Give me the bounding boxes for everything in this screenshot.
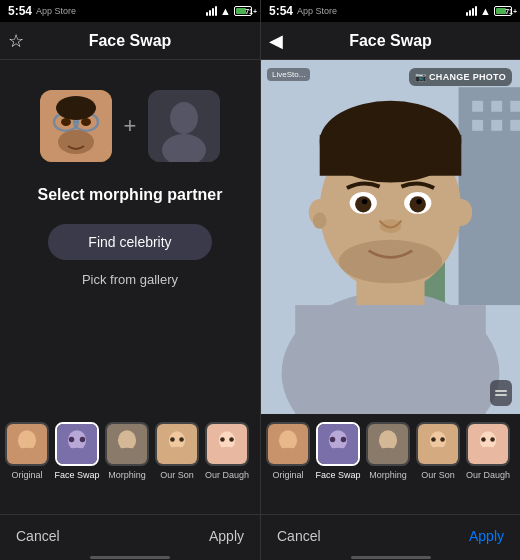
filter-thumb-ourson [155, 422, 199, 466]
select-morphing-label: Select morphing partner [38, 186, 223, 204]
filter-morphing[interactable]: Morphing [104, 422, 150, 480]
svg-rect-42 [295, 305, 486, 414]
right-status-icons: ▲ 71+ [466, 5, 512, 17]
right-filter-label-faceswap: Face Swap [315, 470, 360, 480]
svg-point-31 [229, 437, 234, 442]
right-filter-thumb-morphing [366, 422, 410, 466]
svg-rect-59 [495, 394, 507, 396]
filter-thumb-ourdaughter [205, 422, 249, 466]
right-filter-label-original: Original [272, 470, 303, 480]
left-status-bar: 5:54 App Store ▲ 71+ [0, 0, 260, 22]
svg-point-18 [80, 437, 85, 442]
right-nav-title: Face Swap [349, 32, 432, 50]
svg-point-67 [341, 437, 346, 442]
svg-point-79 [481, 437, 486, 442]
left-apply-button[interactable]: Apply [209, 528, 244, 544]
left-main-content: + Select morphing partner Find celebrity… [0, 60, 260, 414]
svg-point-57 [313, 212, 327, 228]
left-filter-bar: Original Face Swap [0, 414, 260, 514]
svg-rect-38 [491, 120, 502, 131]
left-phone-panel: 5:54 App Store ▲ 71+ ☆ Face Swap [0, 0, 260, 560]
right-filter-ourdaughter[interactable]: Our Daugh [465, 422, 511, 480]
morphing-pair: + [40, 90, 221, 162]
left-home-indicator [0, 556, 260, 560]
right-app-store: App Store [297, 6, 337, 16]
back-chevron-icon: ◀ [269, 30, 283, 52]
svg-point-49 [355, 196, 371, 212]
svg-point-56 [450, 199, 472, 226]
right-filter-faceswap[interactable]: Face Swap [315, 422, 361, 480]
right-status-bar: 5:54 App Store ▲ 71+ [261, 0, 520, 22]
right-filter-label-ourson: Our Son [421, 470, 455, 480]
empty-face-svg [148, 90, 220, 162]
right-cancel-button[interactable]: Cancel [277, 528, 321, 544]
svg-point-69 [379, 430, 397, 450]
svg-rect-46 [320, 135, 462, 176]
svg-point-25 [170, 437, 175, 442]
right-nav-bar: ◀ Face Swap [261, 22, 520, 60]
right-apply-button[interactable]: Apply [469, 528, 504, 544]
left-action-bar: Cancel Apply [0, 514, 260, 556]
svg-point-74 [431, 437, 436, 442]
plus-sign: + [124, 113, 137, 139]
filter-ourdaughter[interactable]: Our Daugh [204, 422, 250, 480]
wifi-icon: ▲ [220, 5, 231, 17]
filter-label-morphing: Morphing [108, 470, 146, 480]
right-action-bar: Cancel Apply [261, 514, 520, 556]
right-filter-thumb-original [266, 422, 310, 466]
pick-gallery-button[interactable]: Pick from gallery [82, 272, 178, 287]
svg-rect-36 [510, 101, 520, 112]
source-face-slot[interactable] [40, 90, 112, 162]
photo-preview: LiveSto... 📷 CHANGE PHOTO [261, 60, 520, 414]
back-button[interactable]: ◀ [269, 30, 283, 52]
change-photo-button[interactable]: 📷 CHANGE PHOTO [409, 68, 512, 86]
right-filter-ourson[interactable]: Our Son [415, 422, 461, 480]
resize-handle[interactable] [490, 380, 512, 406]
right-home-indicator [261, 556, 520, 560]
svg-point-26 [179, 437, 184, 442]
right-filter-thumb-faceswap [316, 422, 360, 466]
right-filter-morphing[interactable]: Morphing [365, 422, 411, 480]
star-icon[interactable]: ☆ [8, 30, 24, 52]
right-time: 5:54 [269, 4, 293, 18]
left-status-left: 5:54 App Store [8, 4, 76, 18]
svg-rect-39 [510, 120, 520, 131]
filter-label-faceswap: Face Swap [54, 470, 99, 480]
camera-icon: 📷 [415, 72, 426, 82]
left-status-icons: ▲ 71+ [206, 5, 252, 17]
left-home-bar [90, 556, 170, 559]
svg-rect-34 [472, 101, 483, 112]
right-status-left: 5:54 App Store [269, 4, 337, 18]
svg-point-61 [279, 430, 297, 450]
left-time: 5:54 [8, 4, 32, 18]
svg-point-53 [380, 219, 402, 233]
svg-point-6 [58, 130, 94, 154]
face-photo-svg [261, 60, 520, 414]
left-nav-title: Face Swap [89, 32, 172, 50]
find-celebrity-button[interactable]: Find celebrity [48, 224, 211, 260]
svg-point-20 [118, 430, 136, 450]
right-battery-icon: 71+ [494, 6, 512, 16]
filter-ourson[interactable]: Our Son [154, 422, 200, 480]
svg-point-52 [416, 199, 421, 204]
right-filter-label-ourdaughter: Our Daugh [466, 470, 510, 480]
left-cancel-button[interactable]: Cancel [16, 528, 60, 544]
target-face-slot[interactable] [148, 90, 220, 162]
source-face-svg [40, 90, 112, 162]
filter-original[interactable]: Original [4, 422, 50, 480]
right-filter-original[interactable]: Original [265, 422, 311, 480]
signal-icon [206, 6, 217, 16]
svg-rect-35 [491, 101, 502, 112]
svg-point-12 [18, 430, 36, 450]
svg-point-75 [440, 437, 445, 442]
filter-label-ourdaughter: Our Daugh [205, 470, 249, 480]
filter-faceswap[interactable]: Face Swap [54, 422, 100, 480]
left-app-store: App Store [36, 6, 76, 16]
svg-point-80 [490, 437, 495, 442]
livestory-badge: LiveSto... [267, 68, 310, 81]
svg-point-54 [339, 240, 442, 284]
left-nav-bar: ☆ Face Swap [0, 22, 260, 60]
right-home-bar [351, 556, 431, 559]
svg-point-9 [170, 102, 198, 134]
filter-thumb-faceswap [55, 422, 99, 466]
